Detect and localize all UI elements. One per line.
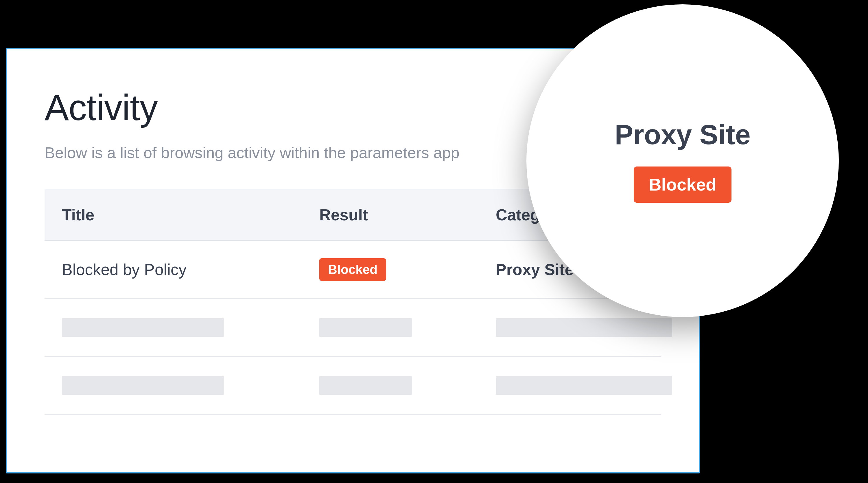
table-row-skeleton (44, 299, 661, 357)
table-row-skeleton (44, 357, 661, 415)
lens-status-badge: Blocked (634, 167, 731, 203)
column-header-result[interactable]: Result (319, 206, 496, 224)
cell-result: Blocked (319, 258, 496, 281)
status-badge: Blocked (319, 258, 386, 281)
skeleton-placeholder (319, 376, 412, 395)
skeleton-placeholder (62, 318, 224, 337)
cell-title: Blocked by Policy (62, 260, 319, 279)
skeleton-placeholder (496, 376, 672, 395)
skeleton-placeholder (62, 376, 224, 395)
magnifier-lens: Proxy Site Blocked (526, 4, 839, 317)
column-header-title[interactable]: Title (62, 206, 319, 224)
skeleton-placeholder (496, 318, 672, 337)
lens-category-label: Proxy Site (615, 119, 750, 150)
skeleton-placeholder (319, 318, 412, 337)
